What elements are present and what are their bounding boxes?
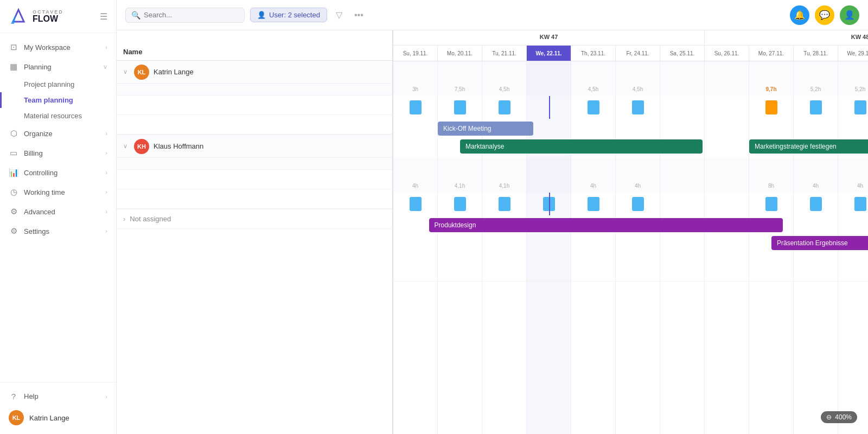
user-avatar: KL <box>9 410 24 425</box>
chevron-icon: › <box>105 208 107 215</box>
grid-cell <box>838 254 868 281</box>
row-expand-icon[interactable]: ∨ <box>123 68 127 75</box>
user-circle-icon: 👤 <box>844 10 855 20</box>
working-time-icon: ◷ <box>9 187 18 197</box>
grid-cell <box>438 158 482 181</box>
sidebar-item-team-planning[interactable]: Team planning <box>0 92 116 108</box>
zoom-badge[interactable]: ⊖ 400% <box>821 411 857 423</box>
grid-cell <box>749 158 794 181</box>
sidebar-item-my-workspace[interactable]: ⊡ My Workspace › <box>0 37 116 57</box>
task-bar[interactable]: Marketingstrategie festlegen <box>749 139 868 154</box>
user-filter-button[interactable]: 👤 User: 2 selected <box>250 8 327 22</box>
grid-cell <box>838 158 868 181</box>
task-bar[interactable]: Präsentation Ergebnisse <box>771 236 868 250</box>
more-button[interactable]: ••• <box>351 8 367 22</box>
work-bar <box>499 100 510 114</box>
user-icon: 👤 <box>257 11 266 19</box>
sidebar-item-material-resources[interactable]: Material resources <box>0 108 116 124</box>
grid-cell <box>438 61 482 84</box>
grid-cell <box>660 181 705 193</box>
logo-icon <box>9 7 28 26</box>
sidebar-item-label: My Workspace <box>24 43 71 52</box>
gantt-area: Name ∨ KL Katrin Lange <box>117 30 868 434</box>
work-bar <box>810 100 822 114</box>
chevron-icon: › <box>105 228 107 234</box>
not-assigned-timeline-row <box>393 254 868 282</box>
day-col-4: Th, 23.11. <box>571 46 616 61</box>
grid-cell: 8h <box>749 181 794 193</box>
day-col-5: Fr, 24.11. <box>616 46 660 61</box>
days-row: Su, 19.11.Mo, 20.11.Tu, 21.11.We, 22.11.… <box>393 46 868 61</box>
grid-cell <box>794 193 838 215</box>
person-timeline-header-row <box>393 61 868 84</box>
grid-cell <box>482 96 527 119</box>
grid-cell <box>705 181 749 193</box>
search-icon: 🔍 <box>131 11 141 20</box>
grid-cell <box>838 61 868 84</box>
grid-cell <box>571 158 616 181</box>
not-assigned-row[interactable]: › Not assigned <box>117 209 392 229</box>
person-timeline-section: 3h7,5h4,5h4,5h4,5h9,7h5,2h5,2h5,2h5,2hKi… <box>393 61 868 158</box>
search-box[interactable]: 🔍 <box>125 8 245 23</box>
person-timeline-header-row <box>393 158 868 181</box>
work-bar <box>454 100 466 114</box>
sidebar-item-settings[interactable]: ⚙ Settings › <box>0 221 116 241</box>
chat-icon: 💬 <box>819 10 830 20</box>
grid-cell <box>527 193 571 215</box>
chevron-icon: › <box>105 130 107 137</box>
chat-button[interactable]: 💬 <box>815 5 834 25</box>
grid-cell: 9,7h <box>749 84 794 96</box>
work-bar <box>632 100 644 114</box>
search-input[interactable] <box>144 11 231 19</box>
gantt-name-rows: ∨ KL Katrin Lange ∨ <box>117 61 392 434</box>
work-bar <box>765 100 777 114</box>
grid-cell: 4,1h <box>482 181 527 193</box>
task-bars-klaus-2 <box>117 189 392 209</box>
sidebar-item-organize[interactable]: ⬡ Organize › <box>0 124 116 143</box>
grid-cell <box>393 254 438 281</box>
filter-button[interactable]: ▽ <box>333 8 346 22</box>
grid-cell <box>794 96 838 119</box>
logo-area: OCTAVED FLOW ☰ <box>0 0 116 33</box>
sidebar-item-planning[interactable]: ▦ Planning ∨ <box>0 57 116 76</box>
grid-cell <box>393 282 438 434</box>
task-bar[interactable]: Kick-Off Meeting <box>438 122 533 136</box>
task-bar[interactable]: Marktanalyse <box>460 139 703 154</box>
sidebar-item-advanced[interactable]: ⚙ Advanced › <box>0 202 116 221</box>
sidebar-item-help[interactable]: ? Help › <box>0 387 116 406</box>
hamburger-button[interactable]: ☰ <box>100 11 107 22</box>
help-label: Help <box>24 392 39 400</box>
sidebar-item-project-planning[interactable]: Project planning <box>0 76 116 92</box>
sidebar-item-label: Organize <box>24 130 53 138</box>
grid-cell: 4,1h <box>438 181 482 193</box>
gantt-name-header: Name <box>117 30 392 61</box>
sidebar-item-controlling[interactable]: 📊 Controlling › <box>0 163 116 182</box>
grid-cell <box>660 61 705 84</box>
user-profile-row[interactable]: KL Katrin Lange <box>0 406 116 430</box>
gantt-timeline[interactable]: KW 47KW 48Su, 19.11.Mo, 20.11.Tu, 21.11.… <box>393 30 868 434</box>
notification-button[interactable]: 🔔 <box>790 5 809 25</box>
grid-cell <box>527 84 571 96</box>
user-button[interactable]: 👤 <box>840 5 859 25</box>
grid-cell <box>749 282 794 434</box>
grid-cell <box>660 282 705 434</box>
zoom-minus-icon[interactable]: ⊖ <box>826 413 832 421</box>
gantt-name-column: Name ∨ KL Katrin Lange <box>117 30 393 434</box>
topbar-right: 🔔 💬 👤 <box>790 5 859 25</box>
grid-cell <box>660 158 705 181</box>
grid-cell <box>482 158 527 181</box>
chevron-icon: › <box>105 44 107 50</box>
task-bar[interactable]: Produktdesign <box>429 218 783 232</box>
grid-cell: 4h <box>393 181 438 193</box>
sidebar-item-label: Advanced <box>24 208 55 216</box>
work-bar <box>499 197 510 211</box>
row-expand-icon[interactable]: ∨ <box>123 143 127 150</box>
chevron-icon: › <box>105 189 107 195</box>
grid-cell <box>794 254 838 281</box>
grid-cell <box>482 193 527 215</box>
hours-row: 3h7,5h4,5h4,5h4,5h9,7h5,2h5,2h5,2h5,2h <box>393 84 868 96</box>
grid-cell <box>438 193 482 215</box>
sidebar-item-working-time[interactable]: ◷ Working time › <box>0 182 116 202</box>
sidebar-item-billing[interactable]: ▭ Billing › <box>0 143 116 163</box>
grid-cell: 4h <box>571 181 616 193</box>
